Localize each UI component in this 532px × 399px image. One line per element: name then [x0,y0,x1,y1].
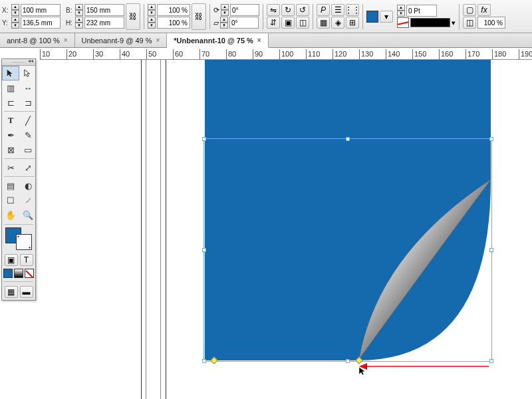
note-tool[interactable]: ☐ [2,193,19,207]
scaley-input[interactable] [157,17,190,29]
content-collector-tool[interactable]: ⊏ [2,95,19,110]
w-spinner[interactable]: ▲▼ [75,4,83,16]
selection-tool[interactable] [2,66,19,80]
hand-tool[interactable]: ✋ [2,207,19,222]
wrap-icon[interactable]: ▦ [317,17,330,29]
fx-icon[interactable]: fx [477,4,491,16]
transform-icon[interactable]: ⊞ [346,17,359,29]
y-input[interactable] [21,17,61,29]
tab-doc-2[interactable]: Unbenannt-9 @ 49 %× [75,33,168,47]
fill-stroke-proxy[interactable] [5,227,32,250]
view-mode-preview-icon[interactable]: ▬ [20,286,33,298]
format-text-icon[interactable]: T [20,254,33,266]
opacity-input[interactable] [477,17,505,29]
annotation-arrow [359,362,492,371]
cursor-icon [358,366,368,376]
h-spinner[interactable]: ▲▼ [75,17,83,29]
distribute-icon[interactable]: ⋮⋮ [346,4,359,16]
x-label: X: [2,7,10,14]
dropdown-icon: ▾ [452,19,456,27]
format-container-icon[interactable]: ▣ [5,254,18,266]
scaley-spinner[interactable]: ▲▼ [148,17,156,29]
page-tool[interactable]: ▥ [2,80,19,95]
zoom-tool[interactable]: 🔍 [19,207,37,222]
pencil-tool[interactable]: ✎ [19,128,37,142]
page-edge [166,60,166,399]
close-icon[interactable]: × [156,37,160,44]
gradient-feather-tool[interactable]: ◐ [19,178,37,193]
select-container-icon[interactable]: ▣ [281,17,295,29]
page-curl-object[interactable] [205,60,491,367]
scissors-tool[interactable]: ✂ [2,160,19,175]
rot-spinner[interactable]: ▲▼ [221,4,229,16]
w-input[interactable] [84,4,124,16]
tools-panel: ┈┈┈┈ ▥ ↔ ⊏ ⊐ T ╱ ✒ ✎ ⊠ ▭ ✂ ⤢ ▤ ◐ ☐ ⟋ ✋ 🔍… [1,59,36,301]
opacity-icon[interactable]: ◫ [463,17,476,29]
close-icon[interactable]: × [64,37,68,44]
rotate-icon: ⟳ [213,6,219,15]
view-mode-normal-icon[interactable]: ▦ [5,286,18,298]
document-tabs: annt-8 @ 100 %× Unbenannt-9 @ 49 %× *Unb… [0,33,532,48]
apply-color-icon[interactable] [3,269,13,278]
tab-doc-3[interactable]: *Unbenannt-10 @ 75 %× [167,33,268,48]
x-spinner[interactable]: ▲▼ [11,4,19,16]
h-label: H: [66,19,74,27]
gradient-swatch-tool[interactable]: ▤ [2,178,19,193]
rectangle-frame-tool[interactable]: ⊠ [2,142,19,157]
stroke-spinner[interactable]: ▲▼ [397,5,405,17]
stroke-weight-input[interactable] [406,5,437,17]
shear-icon: ▱ [213,19,219,27]
scalex-input[interactable] [157,4,190,16]
w-label: B: [66,7,74,14]
pen-tool[interactable]: ✒ [2,128,19,142]
constrain-icon[interactable]: ⛓ [126,3,140,30]
rotate-ccw-icon[interactable]: ↺ [296,4,309,16]
pathfinder-icon[interactable]: ◈ [331,17,344,29]
tab-doc-1[interactable]: annt-8 @ 100 %× [0,33,75,47]
y-label: Y: [2,19,10,27]
free-transform-tool[interactable]: ⤢ [19,160,37,175]
stroke-proxy[interactable] [16,234,32,250]
shear-spinner[interactable]: ▲▼ [220,17,228,29]
constrain-scale-icon[interactable]: ⛓ [192,3,206,30]
fill-swatch[interactable] [366,11,378,23]
h-input[interactable] [84,17,124,29]
rotation-input[interactable] [230,4,259,16]
flip-v-icon[interactable]: ⇵ [267,17,280,29]
panel-grip[interactable]: ┈┈┈┈ [2,59,35,66]
apply-none-icon[interactable] [25,269,34,278]
align-icon[interactable]: ☰ [331,4,344,16]
rotate-cw-icon[interactable]: ↻ [281,4,295,16]
direct-selection-tool[interactable] [19,66,37,80]
rectangle-tool[interactable]: ▭ [19,142,37,157]
close-icon[interactable]: × [257,37,261,44]
eyedropper-tool[interactable]: ⟋ [19,193,37,207]
flip-h-icon[interactable]: ⇋ [267,4,280,16]
guide-vertical[interactable] [146,60,146,399]
canvas[interactable] [40,60,532,399]
apply-gradient-icon[interactable] [14,269,23,278]
char-style-icon[interactable]: P [317,4,330,16]
scalex-spinner[interactable]: ▲▼ [148,4,156,16]
stroke-style-dropdown[interactable] [410,18,450,27]
gap-tool[interactable]: ↔ [19,80,37,95]
fill-menu-icon[interactable]: ▾ [380,11,393,23]
ruler-horizontal[interactable]: 1020304050607080901001101201301401501601… [40,49,532,60]
type-tool[interactable]: T [2,113,19,128]
guide-vertical[interactable] [160,60,161,399]
shear-input[interactable] [229,17,259,29]
line-tool[interactable]: ╱ [19,113,37,128]
x-input[interactable] [21,4,61,16]
page-edge [141,60,142,399]
y-spinner[interactable]: ▲▼ [11,17,19,29]
select-content-icon[interactable]: ◫ [296,17,309,29]
stroke-none-swatch[interactable] [397,17,409,28]
content-placer-tool[interactable]: ⊐ [19,95,37,110]
effects-icon[interactable]: ▢ [463,4,476,16]
